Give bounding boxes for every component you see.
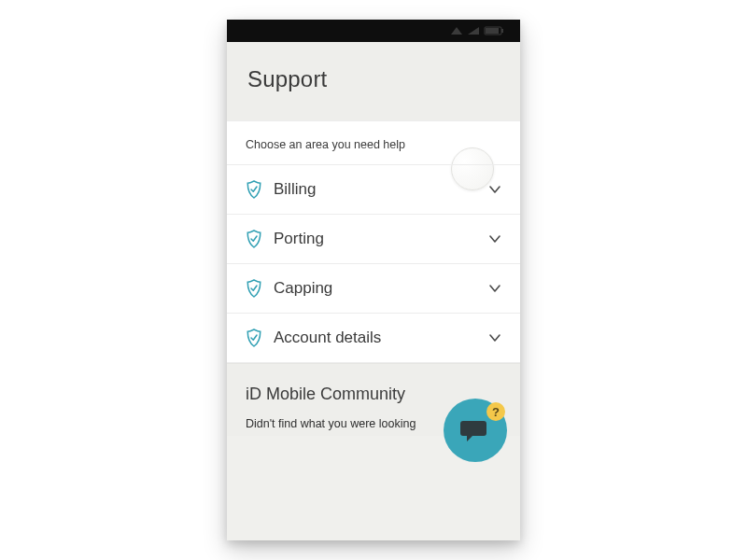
category-list: Billing Porting Capping Account details	[227, 164, 520, 363]
svg-rect-1	[486, 28, 499, 34]
status-bar	[227, 20, 520, 42]
chat-icon	[459, 417, 491, 443]
chevron-down-icon	[488, 282, 501, 295]
help-prompt: Choose an area you need help	[227, 120, 520, 164]
chat-badge: ?	[486, 402, 505, 421]
category-row-account-details[interactable]: Account details	[227, 313, 520, 363]
phone-frame: Support Choose an area you need help Bil…	[227, 20, 520, 540]
status-icons	[447, 25, 513, 36]
category-label: Capping	[274, 279, 488, 298]
stage: Support Choose an area you need help Bil…	[0, 0, 747, 560]
chevron-down-icon	[488, 331, 501, 344]
page-header: Support	[227, 42, 520, 120]
shield-icon	[246, 329, 262, 347]
shield-icon	[246, 180, 262, 199]
category-label: Porting	[274, 230, 488, 248]
category-label: Billing	[274, 180, 488, 199]
category-label: Account details	[274, 329, 488, 347]
chevron-down-icon	[488, 183, 501, 196]
category-row-capping[interactable]: Capping	[227, 263, 520, 313]
shield-icon	[246, 230, 262, 248]
chevron-down-icon	[488, 232, 501, 245]
help-prompt-text: Choose an area you need help	[246, 138, 405, 151]
chat-fab[interactable]: ?	[444, 399, 507, 462]
shield-icon	[246, 279, 262, 298]
page-title: Support	[247, 66, 500, 92]
category-row-porting[interactable]: Porting	[227, 214, 520, 263]
svg-rect-2	[501, 29, 503, 33]
category-row-billing[interactable]: Billing	[227, 164, 520, 214]
community-section: iD Mobile Community Didn't find what you…	[227, 363, 520, 436]
